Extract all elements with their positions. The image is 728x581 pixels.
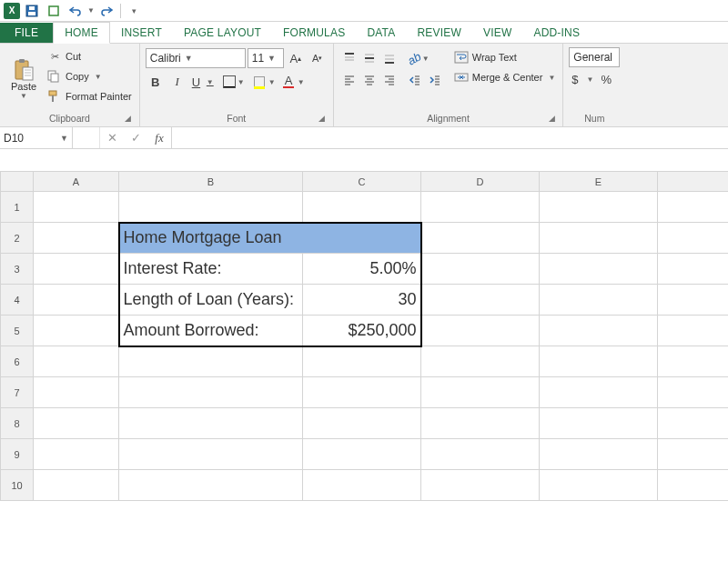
align-left-button[interactable] (339, 70, 359, 90)
cell[interactable] (421, 346, 540, 377)
font-name-combo[interactable]: Calibri▼ (146, 48, 246, 68)
undo-button[interactable] (66, 2, 86, 20)
cell[interactable] (119, 408, 303, 439)
cell[interactable] (421, 377, 540, 408)
shrink-font-button[interactable]: A▾ (308, 48, 328, 68)
accounting-format-button[interactable]: $▼ (569, 69, 596, 89)
tab-formulas[interactable]: FORMULAS (272, 23, 356, 43)
cell[interactable] (540, 377, 658, 408)
cell[interactable] (540, 346, 658, 377)
tab-page-layout[interactable]: PAGE LAYOUT (173, 23, 272, 43)
cancel-formula-button[interactable]: ✕ (100, 131, 124, 145)
enter-formula-button[interactable]: ✓ (124, 131, 147, 145)
tab-data[interactable]: DATA (356, 23, 406, 43)
borders-button[interactable]: ▼ (220, 72, 248, 92)
cell[interactable] (540, 470, 658, 501)
cell[interactable] (540, 192, 658, 223)
cell[interactable] (658, 408, 729, 439)
cell[interactable] (421, 470, 540, 501)
cell[interactable] (658, 470, 729, 501)
cell[interactable] (421, 316, 540, 346)
tab-review[interactable]: REVIEW (406, 23, 472, 43)
cell[interactable] (34, 377, 119, 408)
cell-b4[interactable]: Length of Loan (Years): (119, 285, 303, 316)
col-header-extra[interactable] (658, 172, 729, 192)
cell[interactable] (540, 223, 658, 254)
col-header-b[interactable]: B (119, 172, 303, 192)
cell[interactable] (34, 316, 119, 346)
cell[interactable] (658, 377, 729, 408)
row-header-8[interactable]: 8 (1, 408, 34, 439)
cell[interactable] (658, 192, 729, 223)
tab-insert[interactable]: INSERT (110, 23, 173, 43)
cell[interactable] (421, 285, 540, 316)
font-launcher[interactable]: ◢ (317, 114, 328, 125)
align-right-button[interactable] (379, 70, 399, 90)
paste-button[interactable]: Paste ▼ (5, 45, 42, 111)
cell[interactable] (421, 223, 540, 254)
cell-c5[interactable]: $250,000 (303, 316, 421, 346)
wrap-text-button[interactable]: Wrap Text (452, 48, 558, 66)
cell[interactable] (119, 470, 303, 501)
cell[interactable] (303, 470, 421, 501)
cell[interactable] (303, 408, 421, 439)
merge-center-button[interactable]: Merge & Center ▼ (452, 68, 558, 86)
decrease-indent-button[interactable] (405, 70, 425, 90)
cell[interactable] (421, 408, 540, 439)
italic-button[interactable]: I (167, 72, 187, 92)
formula-input[interactable] (172, 127, 728, 148)
tab-view[interactable]: VIEW (472, 23, 522, 43)
cell[interactable] (34, 439, 119, 470)
select-all-corner[interactable] (1, 172, 34, 192)
font-color-button[interactable]: A▼ (280, 72, 308, 92)
cell[interactable] (421, 192, 540, 223)
row-header-4[interactable]: 4 (1, 285, 34, 316)
cell[interactable] (34, 346, 119, 377)
chevron-down-icon[interactable]: ▼ (548, 74, 555, 82)
copy-dropdown-icon[interactable]: ▼ (95, 73, 102, 81)
col-header-d[interactable]: D (421, 172, 540, 192)
cell[interactable] (540, 254, 658, 285)
cell[interactable] (34, 285, 119, 316)
row-header-2[interactable]: 2 (1, 223, 34, 254)
row-header-9[interactable]: 9 (1, 439, 34, 470)
cell[interactable] (34, 254, 119, 285)
fill-color-button[interactable]: ▼ (251, 72, 278, 92)
align-center-button[interactable] (359, 70, 379, 90)
cell[interactable] (658, 316, 729, 346)
cell-b3[interactable]: Interest Rate: (119, 254, 303, 285)
name-box[interactable]: D10 ▼ (0, 127, 73, 148)
cell-c3[interactable]: 5.00% (303, 254, 421, 285)
col-header-a[interactable]: A (34, 172, 119, 192)
cut-button[interactable]: ✂ Cut (46, 47, 134, 65)
cell[interactable] (658, 223, 729, 254)
align-bottom-button[interactable] (379, 48, 399, 68)
increase-indent-button[interactable] (425, 70, 445, 90)
cell[interactable] (658, 285, 729, 316)
worksheet-grid[interactable]: A B C D E 1 2 Home Mortgage Loan 3 Inter… (0, 171, 728, 501)
font-size-combo[interactable]: 11▼ (248, 48, 284, 68)
grow-font-button[interactable]: A▴ (286, 48, 306, 68)
qat-button-2[interactable] (44, 2, 64, 20)
clipboard-launcher[interactable]: ◢ (123, 114, 134, 125)
col-header-c[interactable]: C (303, 172, 421, 192)
bold-button[interactable]: B (146, 72, 166, 92)
tab-home[interactable]: HOME (53, 22, 110, 44)
cell[interactable] (658, 346, 729, 377)
qat-customize-button[interactable]: ▾ (125, 2, 145, 20)
redo-button[interactable] (96, 2, 116, 20)
percent-format-button[interactable]: % (596, 69, 616, 89)
cell[interactable] (540, 285, 658, 316)
cell-b2[interactable]: Home Mortgage Loan (119, 223, 421, 254)
paste-dropdown-icon[interactable]: ▼ (20, 92, 27, 100)
copy-button[interactable]: Copy ▼ (46, 67, 134, 85)
insert-function-button[interactable]: fx (147, 131, 171, 145)
row-header-1[interactable]: 1 (1, 192, 34, 223)
cell[interactable] (119, 192, 303, 223)
cell[interactable] (303, 192, 421, 223)
cell[interactable] (658, 439, 729, 470)
tab-addins[interactable]: ADD-INS (522, 23, 591, 43)
cell[interactable] (540, 316, 658, 346)
cell[interactable] (119, 346, 303, 377)
underline-button[interactable]: U▼ (189, 72, 217, 92)
